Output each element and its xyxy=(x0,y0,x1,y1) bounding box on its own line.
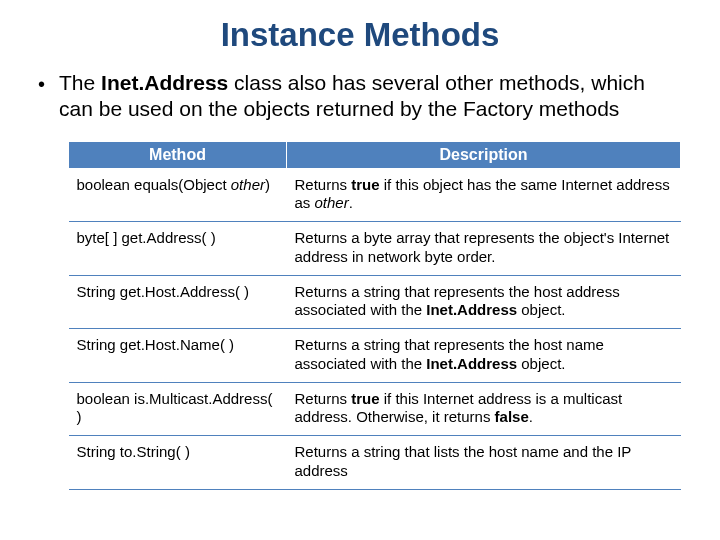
d5: . xyxy=(349,194,353,211)
d3: object. xyxy=(517,301,565,318)
m-ital: other xyxy=(231,176,265,193)
table-row: boolean is.Multicast.Address( ) Returns … xyxy=(69,382,681,436)
slide-title: Instance Methods xyxy=(28,16,692,54)
table-row: String get.Host.Name( ) Returns a string… xyxy=(69,329,681,383)
method-cell: String get.Host.Address( ) xyxy=(69,275,287,329)
d2: Inet.Address xyxy=(426,301,517,318)
table-header-row: Method Description xyxy=(69,141,681,168)
description-cell: Returns a string that represents the hos… xyxy=(287,329,681,383)
d1: Returns xyxy=(295,390,352,407)
table-row: boolean equals(Object other) Returns tru… xyxy=(69,168,681,222)
m-pre: byte[ ] get.Address( ) xyxy=(77,229,216,246)
col-header-description: Description xyxy=(287,141,681,168)
col-header-method: Method xyxy=(69,141,287,168)
m-pre: boolean is.Multicast.Address( ) xyxy=(77,390,273,426)
slide: Instance Methods • The Inet.Address clas… xyxy=(0,0,720,540)
table-row: String to.String( ) Returns a string tha… xyxy=(69,436,681,490)
m-pre: String get.Host.Address( ) xyxy=(77,283,250,300)
description-cell: Returns a byte array that represents the… xyxy=(287,222,681,276)
description-cell: Returns true if this Internet address is… xyxy=(287,382,681,436)
d2: Inet.Address xyxy=(426,355,517,372)
description-cell: Returns a string that lists the host nam… xyxy=(287,436,681,490)
description-cell: Returns a string that represents the hos… xyxy=(287,275,681,329)
m-pre: String get.Host.Name( ) xyxy=(77,336,235,353)
method-cell: boolean is.Multicast.Address( ) xyxy=(69,382,287,436)
m-pre: boolean equals(Object xyxy=(77,176,231,193)
d2: true xyxy=(351,390,379,407)
method-cell: String get.Host.Name( ) xyxy=(69,329,287,383)
bullet-item: • The Inet.Address class also has severa… xyxy=(38,70,680,123)
d4: other xyxy=(315,194,349,211)
d6: false xyxy=(495,408,529,425)
bullet-bold: Inet.Address xyxy=(101,71,228,94)
d1: Returns a string that lists the host nam… xyxy=(295,443,632,479)
d1: Returns xyxy=(295,176,352,193)
d7: . xyxy=(529,408,533,425)
method-cell: boolean equals(Object other) xyxy=(69,168,287,222)
bullet-pre: The xyxy=(59,71,101,94)
table-row: byte[ ] get.Address( ) Returns a byte ar… xyxy=(69,222,681,276)
m-pre: String to.String( ) xyxy=(77,443,190,460)
bullet-dot-icon: • xyxy=(38,72,45,97)
methods-table: Method Description boolean equals(Object… xyxy=(68,141,681,490)
description-cell: Returns true if this object has the same… xyxy=(287,168,681,222)
d2: true xyxy=(351,176,379,193)
table-row: String get.Host.Address( ) Returns a str… xyxy=(69,275,681,329)
method-cell: byte[ ] get.Address( ) xyxy=(69,222,287,276)
m-post: ) xyxy=(265,176,270,193)
d3: object. xyxy=(517,355,565,372)
method-cell: String to.String( ) xyxy=(69,436,287,490)
d1: Returns a byte array that represents the… xyxy=(295,229,670,265)
bullet-text: The Inet.Address class also has several … xyxy=(59,70,680,123)
